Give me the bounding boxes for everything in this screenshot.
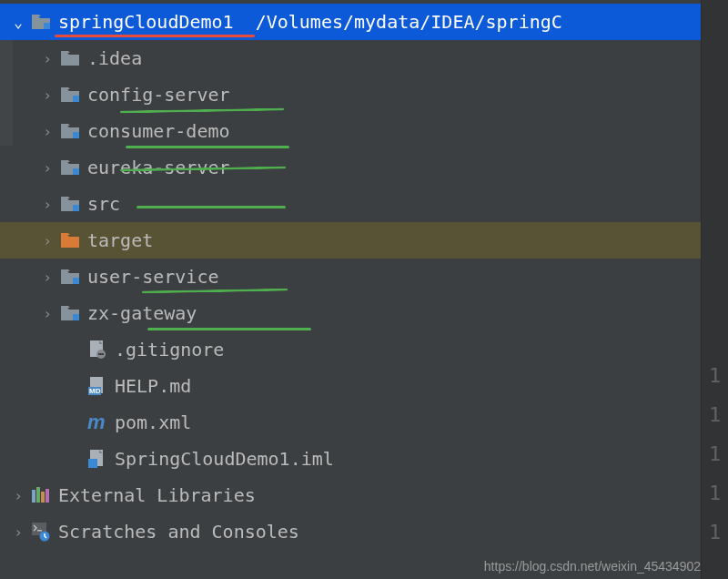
svg-rect-0 (44, 23, 50, 29)
chevron-right-icon[interactable]: › (36, 196, 58, 213)
tree-item-label: consumer-demo (87, 120, 230, 142)
tree-item-label: zx-gateway (87, 302, 197, 324)
project-name: springCloudDemo1 (58, 11, 234, 33)
folder-icon (58, 48, 82, 68)
gutter-line: 1 (709, 482, 721, 504)
tree-scratches-consoles[interactable]: › Scratches and Consoles (0, 513, 728, 550)
tree-item-idea[interactable]: › .idea (0, 40, 728, 76)
chevron-right-icon[interactable]: › (36, 269, 58, 286)
project-path: /Volumes/mydata/IDEA/springC (256, 11, 562, 33)
gitignore-file-icon (86, 340, 109, 360)
chevron-right-icon[interactable]: › (7, 523, 29, 541)
svg-rect-19 (46, 489, 49, 503)
libraries-icon (29, 485, 53, 505)
tree-item-label: pom.xml (115, 411, 191, 433)
tree-item-help-md[interactable]: › MD HELP.md (0, 368, 728, 404)
tree-item-consumer-demo[interactable]: › consumer-demo (0, 113, 728, 149)
tree-item-pom-xml[interactable]: › m pom.xml (0, 404, 728, 441)
svg-rect-4 (73, 205, 79, 211)
svg-rect-21 (37, 530, 42, 532)
gutter-line: 1 (709, 442, 721, 465)
svg-text:m: m (87, 412, 106, 432)
svg-rect-15 (88, 459, 97, 468)
module-folder-icon (58, 303, 82, 323)
svg-rect-6 (73, 314, 79, 320)
svg-rect-16 (32, 490, 35, 503)
project-tree[interactable]: ⌄ springCloudDemo1 /Volumes/mydata/IDEA/… (0, 0, 728, 550)
iml-file-icon (86, 449, 109, 469)
tree-item-user-service[interactable]: › user-service (0, 259, 728, 295)
tree-item-label: Scratches and Consoles (58, 521, 299, 543)
chevron-right-icon[interactable]: › (36, 232, 58, 249)
svg-rect-17 (36, 487, 40, 503)
tree-item-label: target (87, 229, 153, 251)
tree-item-target[interactable]: › target (0, 222, 728, 259)
svg-rect-9 (98, 353, 104, 355)
tree-item-label: .idea (87, 47, 142, 69)
tree-item-label: HELP.md (115, 375, 191, 397)
tree-item-label: user-service (87, 266, 219, 288)
tree-item-src[interactable]: › src (0, 186, 728, 222)
tree-item-label: SpringCloudDemo1.iml (115, 448, 334, 470)
scratches-icon (29, 522, 53, 542)
gutter-line: 1 (709, 521, 721, 543)
chevron-right-icon[interactable]: › (36, 159, 58, 177)
svg-rect-5 (73, 278, 79, 284)
module-folder-icon (58, 85, 82, 105)
tree-item-label: External Libraries (58, 484, 256, 506)
editor-gutter: 1 1 1 1 1 (701, 0, 728, 579)
tree-item-eureka-server[interactable]: › eureka-server (0, 149, 728, 186)
tree-root-row[interactable]: ⌄ springCloudDemo1 /Volumes/mydata/IDEA/… (0, 4, 728, 40)
maven-file-icon: m (86, 412, 109, 432)
watermark: https://blog.csdn.net/weixin_45434902 (484, 559, 701, 574)
chevron-right-icon[interactable]: › (36, 123, 58, 140)
tree-item-iml[interactable]: › SpringCloudDemo1.iml (0, 441, 728, 477)
tree-item-label: src (87, 193, 120, 215)
module-folder-icon (29, 12, 53, 32)
svg-rect-18 (41, 492, 45, 503)
chevron-right-icon[interactable]: › (36, 86, 58, 104)
svg-rect-1 (73, 96, 79, 102)
tree-item-label: config-server (87, 84, 230, 106)
svg-rect-2 (73, 132, 79, 138)
tree-item-gitignore[interactable]: › .gitignore (0, 331, 728, 368)
tree-item-label: eureka-server (87, 157, 230, 178)
gutter-line: 1 (709, 364, 721, 387)
module-folder-icon (58, 267, 82, 287)
svg-text:MD: MD (89, 387, 101, 395)
tree-item-zx-gateway[interactable]: › zx-gateway (0, 295, 728, 331)
gutter-line: 1 (709, 403, 721, 426)
tree-item-label: .gitignore (115, 339, 224, 361)
module-folder-icon (58, 157, 82, 178)
md-file-icon: MD (86, 376, 109, 396)
module-folder-icon (58, 121, 82, 141)
chevron-right-icon[interactable]: › (7, 487, 29, 504)
tree-external-libraries[interactable]: › External Libraries (0, 477, 728, 513)
svg-rect-3 (73, 168, 79, 175)
target-folder-icon (58, 230, 82, 250)
tree-item-config-server[interactable]: › config-server (0, 76, 728, 113)
chevron-right-icon[interactable]: › (36, 305, 58, 322)
chevron-down-icon[interactable]: ⌄ (7, 14, 29, 31)
module-folder-icon (58, 194, 82, 214)
chevron-right-icon[interactable]: › (36, 50, 58, 67)
